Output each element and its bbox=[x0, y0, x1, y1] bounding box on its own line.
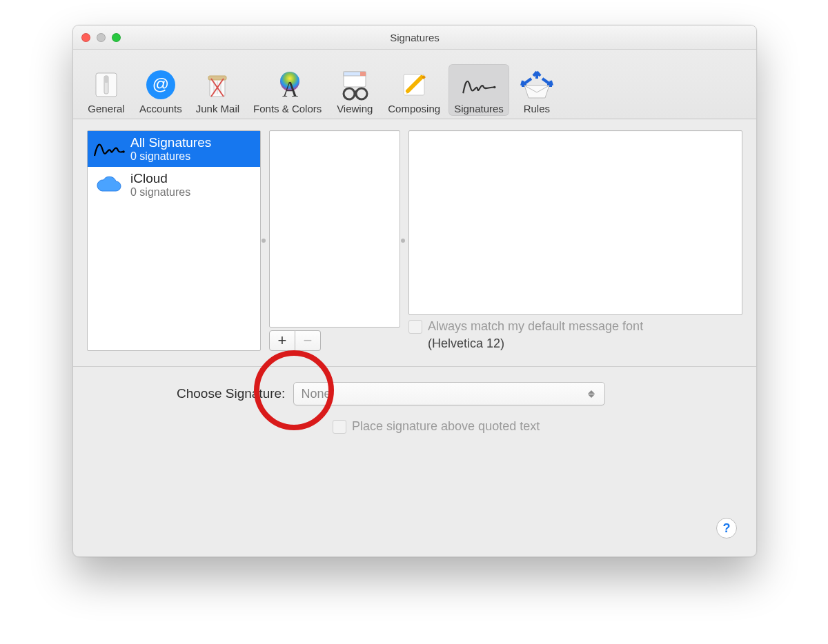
signatures-icon bbox=[460, 67, 498, 103]
toolbar-tab-label: General bbox=[88, 103, 124, 114]
toolbar-tab-rules[interactable]: Rules bbox=[512, 64, 562, 116]
toolbar-tab-general[interactable]: General bbox=[81, 64, 131, 116]
toolbar-tab-composing[interactable]: Composing bbox=[382, 64, 446, 116]
svg-point-15 bbox=[344, 88, 355, 99]
accounts-list[interactable]: All Signatures 0 signatures iCloud 0 bbox=[87, 130, 261, 351]
toolbar-tab-label: Viewing bbox=[337, 103, 373, 114]
toolbar-tab-signatures[interactable]: Signatures bbox=[448, 64, 509, 116]
signatures-pane: All Signatures 0 signatures iCloud 0 bbox=[73, 119, 756, 556]
general-icon bbox=[87, 67, 126, 103]
toolbar-tab-label: Accounts bbox=[139, 103, 182, 114]
choose-signature-select[interactable]: None bbox=[293, 382, 605, 405]
account-name: All Signatures bbox=[130, 135, 211, 150]
account-sub: 0 signatures bbox=[130, 186, 190, 199]
svg-point-16 bbox=[356, 88, 367, 99]
toolbar-tab-label: Signatures bbox=[454, 103, 504, 114]
match-font-label: Always match my default message font bbox=[428, 319, 643, 334]
svg-rect-14 bbox=[360, 72, 366, 76]
account-name: iCloud bbox=[130, 171, 190, 186]
choose-signature-value: None bbox=[301, 387, 331, 401]
resize-handle[interactable] bbox=[401, 239, 405, 243]
add-signature-button[interactable]: + bbox=[269, 330, 295, 351]
icloud-icon bbox=[92, 170, 125, 200]
toolbar-tab-junk-mail[interactable]: Junk Mail bbox=[190, 64, 245, 116]
svg-point-18 bbox=[493, 86, 496, 89]
stepper-icon bbox=[588, 387, 598, 401]
place-above-label: Place signature above quoted text bbox=[352, 419, 540, 434]
toolbar-tab-fonts-colors[interactable]: A Fonts & Colors bbox=[248, 64, 327, 116]
svg-rect-2 bbox=[104, 76, 108, 83]
match-font-note: (Helvetica 12) bbox=[408, 336, 742, 351]
resize-handle[interactable] bbox=[262, 239, 266, 243]
preferences-window: Signatures General @ Accounts bbox=[72, 25, 757, 557]
accounts-list-item-all[interactable]: All Signatures 0 signatures bbox=[88, 131, 260, 167]
titlebar: Signatures bbox=[73, 26, 756, 50]
remove-signature-button[interactable]: − bbox=[295, 330, 321, 351]
signature-icon bbox=[92, 134, 125, 164]
accounts-icon: @ bbox=[141, 67, 180, 103]
signature-preview[interactable] bbox=[408, 130, 742, 315]
match-font-checkbox-row: Always match my default message font bbox=[408, 319, 742, 334]
account-sub: 0 signatures bbox=[130, 150, 211, 163]
composing-icon bbox=[395, 67, 433, 103]
toolbar-tab-label: Rules bbox=[524, 103, 550, 114]
fonts-colors-icon: A bbox=[260, 67, 315, 103]
svg-text:A: A bbox=[282, 77, 298, 101]
choose-signature-label: Choose Signature: bbox=[177, 386, 285, 401]
viewing-icon bbox=[335, 67, 374, 103]
signature-list[interactable] bbox=[269, 130, 400, 328]
toolbar-tab-label: Composing bbox=[388, 103, 440, 114]
place-above-checkbox[interactable] bbox=[333, 420, 346, 434]
window-title: Signatures bbox=[73, 32, 756, 43]
toolbar-tab-label: Junk Mail bbox=[196, 103, 239, 114]
toolbar-tab-accounts[interactable]: @ Accounts bbox=[134, 64, 188, 116]
toolbar-tab-label: Fonts & Colors bbox=[253, 103, 322, 114]
toolbar-tab-viewing[interactable]: Viewing bbox=[330, 64, 379, 116]
accounts-list-item-icloud[interactable]: iCloud 0 signatures bbox=[88, 167, 260, 203]
match-font-checkbox[interactable] bbox=[408, 320, 422, 334]
svg-point-19 bbox=[122, 150, 125, 153]
help-button[interactable]: ? bbox=[716, 518, 737, 539]
divider bbox=[73, 366, 756, 367]
svg-text:@: @ bbox=[152, 74, 169, 93]
junk-icon bbox=[198, 67, 237, 103]
preferences-toolbar: General @ Accounts bbox=[73, 50, 756, 119]
rules-icon bbox=[518, 67, 556, 103]
